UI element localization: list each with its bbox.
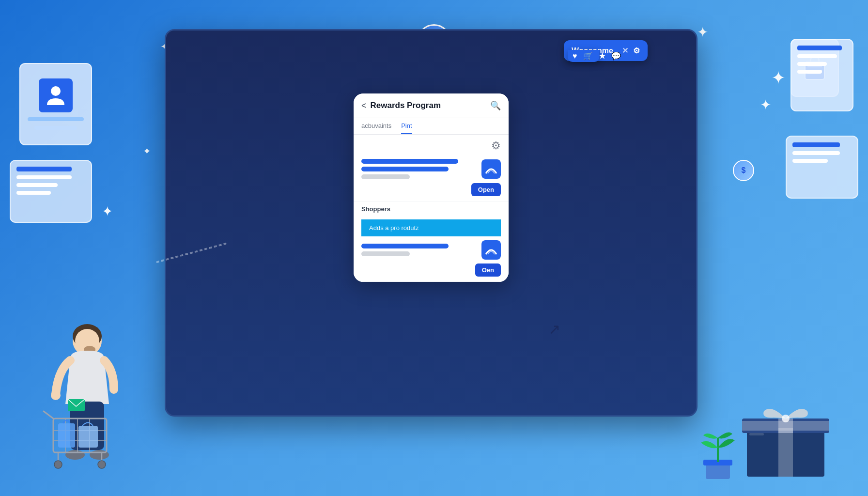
rewards-panel: < Rewards Program 🔍 acbuvaints Pint ⚙ bbox=[354, 93, 509, 282]
gear-icon[interactable]: ⚙ bbox=[491, 140, 501, 152]
add-product-bar: Adds a pro rodutz bbox=[361, 219, 501, 236]
star-icon: ★ bbox=[599, 51, 605, 61]
open-button-1[interactable]: Open bbox=[471, 183, 501, 196]
woo-logo-icon bbox=[481, 159, 501, 179]
svg-point-10 bbox=[65, 450, 85, 460]
card-bar-blue bbox=[797, 46, 842, 50]
item-bar-5 bbox=[361, 251, 410, 256]
list-card-left bbox=[10, 160, 92, 223]
item-content-row bbox=[361, 159, 501, 179]
card-bar bbox=[34, 126, 77, 130]
welcome-popup: Wooconme ✕ ⚙ ♥ 🛒 ★ 💬 bbox=[564, 40, 648, 61]
svg-rect-24 bbox=[78, 426, 98, 448]
settings-row: ⚙ bbox=[354, 135, 509, 154]
woo-logo-icon-2 bbox=[481, 240, 501, 260]
card-bar bbox=[797, 54, 837, 58]
arc-icon-2 bbox=[485, 245, 497, 255]
svg-rect-30 bbox=[778, 428, 793, 477]
svg-point-21 bbox=[54, 461, 62, 468]
chat-icon: 💬 bbox=[611, 51, 621, 61]
settings-icon[interactable]: ⚙ bbox=[633, 46, 640, 55]
arc-icon bbox=[485, 164, 497, 174]
list-card-right-bottom bbox=[786, 136, 858, 199]
sparkle-icon: ✦ bbox=[760, 97, 771, 113]
list-item: Open bbox=[354, 154, 509, 202]
plant-illustration bbox=[694, 409, 742, 481]
user-profile-card bbox=[19, 63, 92, 145]
item-bar-1 bbox=[361, 159, 458, 164]
close-icon: ✕ bbox=[622, 46, 628, 55]
search-button[interactable]: 🔍 bbox=[490, 100, 501, 111]
card-bar bbox=[28, 117, 84, 121]
panel-title: Rewards Program bbox=[371, 101, 490, 110]
card-bar bbox=[797, 62, 827, 66]
sparkle-icon: ✦ bbox=[102, 203, 113, 219]
gift-box bbox=[737, 385, 844, 481]
card-bar-blue bbox=[16, 167, 72, 171]
list-card-right-top bbox=[790, 39, 853, 111]
cart-icon: 🛒 bbox=[583, 51, 593, 61]
item-bar-4 bbox=[361, 244, 449, 248]
sparkle-icon: ✦ bbox=[697, 24, 708, 40]
tab-accounts[interactable]: acbuvaints bbox=[361, 122, 391, 134]
sparkle-icon: ✦ bbox=[771, 68, 786, 88]
back-button[interactable]: < bbox=[361, 101, 367, 111]
card-bar bbox=[16, 183, 58, 187]
panel-header: < Rewards Program 🔍 bbox=[354, 93, 509, 118]
card-bar bbox=[792, 159, 828, 163]
decorative-plant bbox=[694, 409, 742, 481]
card-bar bbox=[16, 191, 51, 195]
card-bar bbox=[792, 151, 840, 155]
avatar bbox=[39, 78, 73, 112]
svg-point-31 bbox=[782, 415, 790, 422]
list-item-2: Adds a pro rodutz Oen bbox=[354, 215, 509, 282]
gift-illustration bbox=[737, 385, 844, 481]
open-button-2[interactable]: Oen bbox=[475, 264, 501, 277]
person-with-cart bbox=[29, 307, 165, 477]
svg-rect-32 bbox=[749, 433, 764, 435]
svg-point-22 bbox=[98, 461, 106, 468]
svg-rect-23 bbox=[58, 423, 75, 448]
sparkle-icon: ✦ bbox=[143, 145, 151, 157]
tab-points[interactable]: Pint bbox=[401, 122, 412, 134]
coin-icon: $ bbox=[733, 160, 754, 181]
item-content-row-2 bbox=[361, 240, 501, 260]
shoppers-section-label: Shoppers bbox=[354, 202, 509, 215]
card-bar bbox=[797, 70, 822, 74]
svg-point-4 bbox=[51, 86, 61, 96]
svg-point-12 bbox=[51, 390, 61, 400]
shopper-illustration bbox=[29, 307, 165, 477]
card-bar-blue bbox=[792, 142, 840, 147]
panel-tabs: acbuvaints Pint bbox=[354, 118, 509, 135]
item-bar-2 bbox=[361, 167, 449, 171]
person-icon bbox=[46, 85, 65, 107]
cursor-icon: ↗ bbox=[548, 321, 560, 338]
card-bar bbox=[16, 175, 72, 179]
laptop-screen: Wooconme ✕ ⚙ ♥ 🛒 ★ 💬 < Rewards Program 🔍… bbox=[165, 29, 698, 417]
heart-icon: ♥ bbox=[573, 52, 577, 61]
item-bar-3 bbox=[361, 174, 410, 179]
